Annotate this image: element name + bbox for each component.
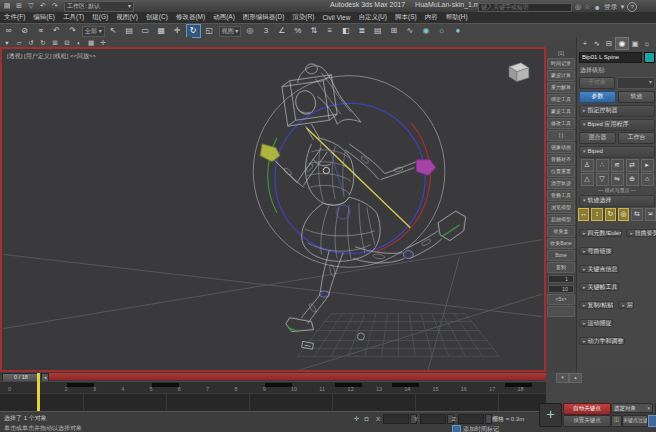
menu-item[interactable]: 文件(F) xyxy=(0,13,29,22)
tab-modify[interactable]: ∿ xyxy=(591,38,603,49)
set-key-button[interactable]: 设置关键点 xyxy=(563,415,611,427)
select-and-move-icon[interactable]: ✛ xyxy=(170,24,185,38)
side-tool-button[interactable]: 收集Bone xyxy=(547,238,575,249)
menu-item[interactable]: Civil View xyxy=(318,14,354,21)
sub-object-dropdown[interactable]: ▾ xyxy=(617,77,655,89)
set-keys-big-button[interactable]: + xyxy=(539,403,562,427)
selection-lock-icon[interactable]: ◘ xyxy=(362,414,371,423)
x-field[interactable] xyxy=(383,414,409,424)
viewcube[interactable] xyxy=(509,63,529,82)
animation-key-mark[interactable] xyxy=(392,383,419,387)
side-tool-button[interactable]: 骨骼工具 xyxy=(547,190,575,201)
layer-manager-icon[interactable]: ▤ xyxy=(370,24,385,38)
transform-icon[interactable]: ✛ xyxy=(98,38,108,47)
viewport-label[interactable]: [透视] [用户定义] [线框] <<回放>> xyxy=(7,52,96,61)
animation-key-mark[interactable] xyxy=(67,383,94,387)
tab-hierarchy[interactable]: ⊟ xyxy=(603,38,615,49)
workspace-dropdown[interactable]: 工作区: 默认▾ xyxy=(64,1,134,12)
object-color-swatch[interactable] xyxy=(644,52,655,63)
rollout-collapsed[interactable]: 关键帧工具 xyxy=(579,283,619,291)
side-tool-button[interactable]: 骨骼对齐 xyxy=(547,154,575,165)
side-tool-button[interactable]: 蒙皮工具 xyxy=(547,106,575,117)
perspective-viewport[interactable]: [透视] [用户定义] [线框] <<回放>> xyxy=(0,47,546,372)
viewport-canvas[interactable] xyxy=(2,49,544,370)
key-set-dropdown[interactable]: 选定对象▾ xyxy=(611,403,653,413)
y-field[interactable] xyxy=(420,414,446,424)
z-field[interactable] xyxy=(458,414,484,424)
key-mode-toggle[interactable] xyxy=(648,415,656,427)
playhead-marker[interactable] xyxy=(37,373,40,411)
parameters-button[interactable]: 参数 xyxy=(579,91,616,103)
tab-create[interactable]: + xyxy=(579,38,591,49)
trackbar-option-button[interactable]: ▴ xyxy=(569,373,582,383)
mirror-icon[interactable]: ◧ xyxy=(338,24,353,38)
trackbar-keys-row[interactable] xyxy=(0,393,546,412)
side-tool-button[interactable]: 修改工具 xyxy=(547,118,575,129)
collapse-icon[interactable]: ⊟ xyxy=(62,38,72,47)
side-tool-button[interactable]: Bone xyxy=(547,250,575,261)
rollout-collapsed[interactable]: 四元数/Euler xyxy=(579,229,622,237)
unlink-selection-icon[interactable]: ⊘ xyxy=(17,24,32,38)
search-input[interactable] xyxy=(478,3,572,12)
menu-item[interactable]: 脚本(S) xyxy=(391,13,421,22)
load-file-icon[interactable]: △ xyxy=(581,173,594,186)
body-horizontal-icon[interactable]: ↔ xyxy=(578,208,589,221)
side-tool-button[interactable]: 起始模型 xyxy=(547,214,575,225)
select-by-name-icon[interactable]: ▤ xyxy=(122,24,137,38)
menu-item[interactable]: 修改器(M) xyxy=(172,13,209,22)
animation-key-mark[interactable] xyxy=(505,383,532,387)
step-forward-icon[interactable]: ↻ xyxy=(38,38,48,47)
render-setup-icon[interactable]: ☼ xyxy=(434,24,449,38)
menu-item[interactable]: 渲染(R) xyxy=(288,13,318,22)
side-tool-button[interactable]: [ ] xyxy=(547,130,575,141)
isolate-selection-icon[interactable]: ✛ xyxy=(352,414,361,423)
animation-key-mark[interactable] xyxy=(265,383,292,387)
material-editor-icon[interactable]: ◉ xyxy=(418,24,433,38)
sub-object-button[interactable]: 子对象 xyxy=(579,77,615,89)
use-pivot-center-icon[interactable]: ◎ xyxy=(242,24,257,38)
body-rotation-icon[interactable]: ↻ xyxy=(605,208,616,221)
menu-item[interactable]: 组(G) xyxy=(88,13,112,22)
animation-key-mark[interactable] xyxy=(335,383,362,387)
step-back-icon[interactable]: ↺ xyxy=(26,38,36,47)
side-spinner-1[interactable]: 1 xyxy=(548,275,574,283)
menu-item[interactable]: 图形编辑器(D) xyxy=(239,13,289,22)
undo-icon[interactable]: ↶ xyxy=(49,24,64,38)
mixer-mode-icon[interactable]: ⇄ xyxy=(626,159,639,172)
opposite-icon[interactable]: ≍ xyxy=(645,208,656,221)
bind-to-space-warp-icon[interactable]: ∝ xyxy=(33,24,48,38)
open-file-icon[interactable]: ⊞ xyxy=(14,1,24,11)
side-tool-button[interactable]: 浏览模型 xyxy=(547,202,575,213)
side-tool-button[interactable]: 位置重置 xyxy=(547,166,575,177)
rollout-collapsed[interactable]: 运动捕捉 xyxy=(579,319,613,327)
graph-editors-icon[interactable]: ⊞ xyxy=(386,24,401,38)
rollout-collapsed[interactable]: 动力学和调整 xyxy=(579,337,625,345)
selection-region-icon[interactable]: ▭ xyxy=(138,24,153,38)
side-tool-button[interactable]: 复制 xyxy=(547,262,575,273)
save-file-icon[interactable]: ▽ xyxy=(26,1,36,11)
rollout-track-selection[interactable]: 轨迹选择 xyxy=(579,195,655,207)
time-slider-track[interactable] xyxy=(49,373,546,380)
side-tool-button[interactable]: 清空轨迹 xyxy=(547,178,575,189)
key-filters-button[interactable]: 关键点过滤器... xyxy=(622,415,648,427)
biped-playback-icon[interactable]: ▸ xyxy=(641,159,654,172)
buffer-mode-icon[interactable]: ⌂ xyxy=(641,173,654,186)
spinner-snap-icon[interactable]: ⇅ xyxy=(306,24,321,38)
rollout-collapsed[interactable]: 扭曲姿势 xyxy=(626,229,656,237)
rollout-collapsed[interactable]: 关键点信息 xyxy=(579,265,619,273)
angle-snap-icon[interactable]: ∠ xyxy=(274,24,289,38)
grid-toggle-icon[interactable]: ⊞ xyxy=(50,38,60,47)
search-icon[interactable]: ◎ xyxy=(575,3,581,11)
redo-icon[interactable]: ↷ xyxy=(50,1,60,11)
object-name-field[interactable]: Bip01 L Spine xyxy=(579,52,642,63)
side-tool-button[interactable]: 蒙皮计算 xyxy=(547,70,575,81)
percent-snap-icon[interactable]: % xyxy=(290,24,305,38)
gizmo-z-circle[interactable] xyxy=(275,103,425,253)
mixer-button[interactable]: 混合器 xyxy=(579,132,616,144)
rollout-biped[interactable]: Biped xyxy=(579,146,655,158)
side-tool-button[interactable]: 时间记录 xyxy=(547,58,575,69)
menu-item[interactable]: 自定义(U) xyxy=(354,13,391,22)
hand-magenta[interactable] xyxy=(416,160,436,176)
auto-key-button[interactable]: 自动关键点 xyxy=(563,403,611,415)
menu-item[interactable]: 创建(C) xyxy=(142,13,172,22)
